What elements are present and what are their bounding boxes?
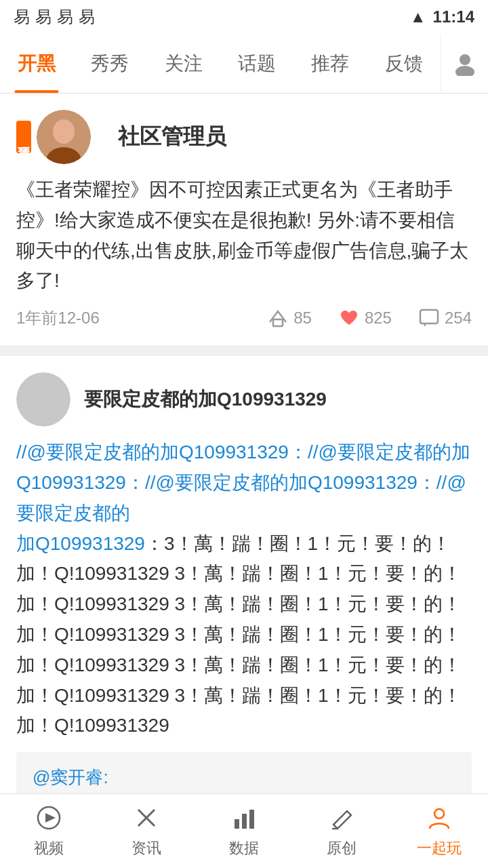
post-spam: 要限定皮都的加Q109931329 //@要限定皮都的加Q109931329：/…: [0, 356, 488, 868]
post-admin: 置顶 社区管理员 《王者荣耀控》因不可控因素正式更名为《王者助手控》!给大家造成…: [0, 94, 488, 345]
status-bar-right: ▲ 11:14: [410, 7, 474, 26]
tab-guanzhu[interactable]: 关注: [147, 34, 220, 93]
time-display: 11:14: [433, 7, 474, 26]
wifi-icon: ▲: [410, 7, 426, 26]
post-username-admin: 社区管理员: [118, 122, 226, 152]
svg-rect-24: [249, 810, 254, 829]
admin-badge: 置顶: [16, 121, 31, 153]
app-icon-4: 易: [79, 6, 95, 28]
svg-point-0: [460, 54, 470, 65]
bottom-nav-original[interactable]: 原创: [293, 794, 390, 868]
bottom-nav-play[interactable]: 一起玩: [390, 794, 488, 868]
app-icon-3: 易: [57, 6, 73, 28]
bottom-nav-news[interactable]: 资讯: [98, 794, 195, 868]
svg-rect-5: [273, 319, 283, 326]
top-nav: 开黑 秀秀 关注 话题 推荐 反馈: [0, 34, 488, 94]
svg-point-26: [434, 809, 444, 818]
svg-point-3: [53, 119, 75, 144]
post-header-admin: 置顶 社区管理员: [16, 110, 472, 164]
user-profile-icon[interactable]: [441, 34, 488, 94]
content-area: 置顶 社区管理员 《王者荣耀控》因不可控因素正式更名为《王者助手控》!给大家造成…: [0, 94, 488, 868]
svg-rect-6: [420, 310, 438, 323]
svg-rect-23: [242, 814, 247, 829]
bottom-nav-video[interactable]: 视频: [0, 794, 98, 868]
status-bar: 易 易 易 易 ▲ 11:14: [0, 0, 488, 34]
original-icon: [328, 804, 355, 835]
post-body-admin: 《王者荣耀控》因不可控因素正式更名为《王者助手控》!给大家造成不便实在是很抱歉!…: [16, 175, 472, 296]
post-header-spam: 要限定皮都的加Q109931329: [16, 372, 472, 427]
nav-tabs: 开黑 秀秀 关注 话题 推荐 反馈: [0, 34, 441, 93]
app-icon-2: 易: [35, 6, 52, 28]
svg-rect-22: [235, 819, 239, 829]
timestamp-admin: 1年前12-06: [16, 307, 100, 329]
video-icon: [35, 804, 62, 835]
share-action-admin[interactable]: 85: [268, 309, 312, 328]
bottom-nav-data[interactable]: 数据: [195, 794, 293, 868]
post-username-spam: 要限定皮都的加Q109931329: [84, 387, 327, 412]
tab-huati[interactable]: 话题: [220, 34, 293, 93]
svg-marker-19: [45, 813, 56, 823]
tab-xiuxiu[interactable]: 秀秀: [73, 34, 146, 93]
bottom-nav: 视频 资讯 数据 原创: [0, 793, 488, 868]
tab-kaihei[interactable]: 开黑: [0, 34, 73, 93]
svg-point-1: [455, 66, 474, 76]
post-footer-admin: 1年前12-06 85 825 254: [16, 307, 472, 329]
status-bar-app-icons: 易 易 易 易: [14, 6, 95, 28]
tab-tuijian[interactable]: 推荐: [293, 34, 367, 93]
play-icon: [426, 804, 453, 835]
app-icon-1: 易: [14, 6, 30, 28]
quoted-at: @窦开睿:: [33, 766, 455, 789]
like-action-admin[interactable]: 825: [339, 309, 392, 328]
news-icon: [133, 804, 160, 835]
data-icon: [230, 804, 258, 835]
comment-action-admin[interactable]: 254: [419, 309, 472, 328]
post-body-spam: //@要限定皮都的加Q109931329：//@要限定皮都的加Q10993132…: [16, 437, 472, 741]
avatar-spam: [16, 372, 70, 427]
avatar-admin: [37, 110, 91, 164]
tab-fankui[interactable]: 反馈: [367, 34, 441, 93]
